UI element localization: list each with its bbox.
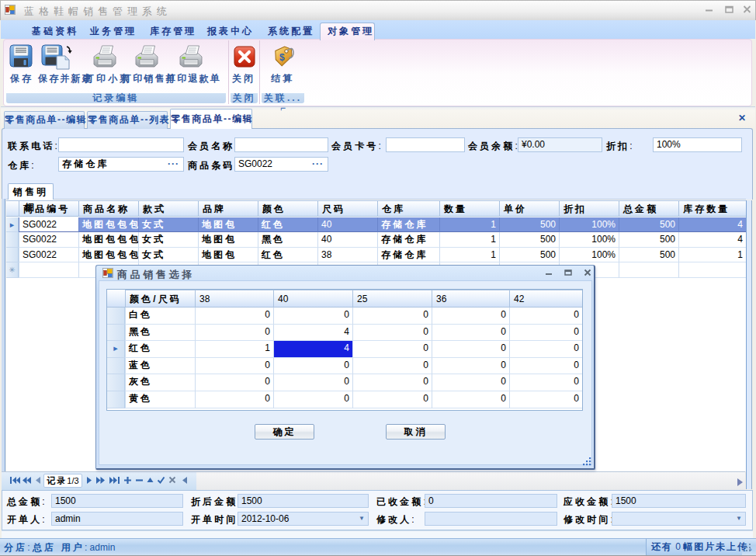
- svg-text:$: $: [279, 52, 285, 63]
